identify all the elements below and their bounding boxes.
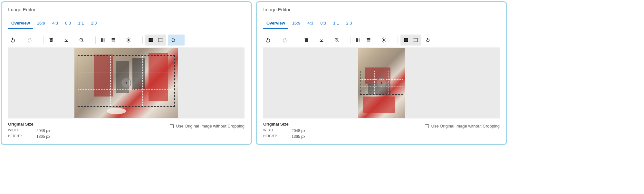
- tab-1-1[interactable]: 1:1: [330, 19, 342, 29]
- size-meta: Original Size WIDTH: 2048 px HEIGHT: 136…: [263, 122, 305, 139]
- separator: [95, 36, 96, 44]
- tab-8-3[interactable]: 8:3: [317, 19, 329, 29]
- tab-4-3[interactable]: 4:3: [304, 19, 316, 29]
- use-original-checkbox[interactable]: Use Original Image without Cropping: [170, 124, 245, 128]
- meta-height-label: HEIGHT:: [8, 134, 24, 139]
- separator: [299, 36, 299, 44]
- tab-overview[interactable]: Overview: [8, 19, 33, 29]
- svg-point-2: [128, 39, 130, 41]
- rotate-button[interactable]: [423, 35, 433, 45]
- separator: [314, 36, 314, 44]
- svg-line-9: [127, 41, 128, 42]
- footer: Original Size WIDTH: 2048 px HEIGHT: 136…: [8, 122, 245, 139]
- meta-title: Original Size: [8, 122, 50, 127]
- size-meta: Original Size WIDTH: 2048 px HEIGHT: 136…: [8, 122, 50, 139]
- flip-vertical-button[interactable]: [109, 35, 118, 45]
- undo-dropdown[interactable]: [274, 35, 279, 45]
- image-canvas[interactable]: [263, 47, 500, 118]
- delete-button[interactable]: [46, 35, 56, 45]
- svg-line-19: [385, 41, 386, 42]
- redo-dropdown[interactable]: [35, 35, 41, 45]
- flip-horizontal-button[interactable]: [98, 35, 108, 45]
- download-button[interactable]: [62, 35, 71, 45]
- panel-title: Image Editor: [8, 7, 245, 12]
- tab-4-3[interactable]: 4:3: [49, 19, 61, 29]
- edited-image[interactable]: [358, 48, 405, 118]
- svg-line-8: [130, 41, 130, 42]
- focal-point-handle[interactable]: [377, 78, 386, 88]
- separator: [59, 36, 59, 44]
- separator: [74, 36, 74, 44]
- grid-toggle-button[interactable]: [146, 35, 156, 45]
- undo-dropdown[interactable]: [18, 35, 24, 45]
- checkbox-icon: [170, 124, 174, 128]
- separator: [329, 36, 329, 44]
- tab-8-3[interactable]: 8:3: [62, 19, 74, 29]
- brightness-dropdown[interactable]: [134, 35, 140, 45]
- meta-title: Original Size: [263, 122, 305, 127]
- meta-height-value: 1365 px: [292, 134, 305, 139]
- tab-16-9[interactable]: 16:9: [289, 19, 303, 29]
- image-editor-panel: Image Editor Overview 16:9 4:3 8:3 1:1 2…: [1, 1, 252, 145]
- grid-toggle-button[interactable]: [401, 35, 411, 45]
- meta-width-label: WIDTH:: [263, 128, 279, 133]
- redo-dropdown[interactable]: [290, 35, 296, 45]
- toolbar: [8, 33, 245, 47]
- svg-point-1: [81, 39, 82, 40]
- rotate-dropdown[interactable]: [433, 35, 439, 45]
- toolbar: [263, 33, 500, 47]
- delete-button[interactable]: [302, 35, 311, 45]
- redo-button[interactable]: [25, 35, 34, 45]
- meta-width-label: WIDTH:: [8, 128, 24, 133]
- image-canvas[interactable]: [8, 47, 245, 118]
- zoom-dropdown[interactable]: [342, 35, 348, 45]
- panel-title: Image Editor: [263, 7, 500, 12]
- edited-image[interactable]: [74, 48, 178, 118]
- zoom-button[interactable]: [332, 35, 341, 45]
- separator: [43, 36, 44, 44]
- svg-line-20: [382, 41, 383, 42]
- brightness-dropdown[interactable]: [389, 35, 395, 45]
- separator: [121, 36, 121, 44]
- tab-16-9[interactable]: 16:9: [34, 19, 48, 29]
- separator: [351, 36, 351, 44]
- meta-width-value: 2048 px: [36, 128, 50, 133]
- focal-point-handle[interactable]: [121, 78, 131, 88]
- ratio-tabs: Overview 16:9 4:3 8:3 1:1 2:3: [8, 19, 245, 29]
- crop-tools-group: [400, 35, 421, 46]
- brightness-button[interactable]: [379, 35, 389, 45]
- svg-line-18: [382, 38, 383, 39]
- redo-button[interactable]: [280, 35, 290, 45]
- use-original-label: Use Original Image without Cropping: [431, 124, 500, 128]
- svg-point-12: [336, 39, 337, 40]
- rotate-dropdown[interactable]: [178, 35, 184, 45]
- undo-button[interactable]: [263, 35, 273, 45]
- svg-line-7: [127, 38, 128, 39]
- flip-horizontal-button[interactable]: [353, 35, 363, 45]
- crop-frame-button[interactable]: [156, 35, 165, 45]
- svg-line-21: [385, 38, 386, 39]
- separator: [142, 36, 143, 44]
- meta-height-label: HEIGHT:: [263, 134, 279, 139]
- rotate-button[interactable]: [168, 35, 178, 45]
- tab-2-3[interactable]: 2:3: [343, 19, 355, 29]
- use-original-checkbox[interactable]: Use Original Image without Cropping: [425, 124, 500, 128]
- meta-height-value: 1365 px: [36, 134, 50, 139]
- tab-2-3[interactable]: 2:3: [88, 19, 100, 29]
- download-button[interactable]: [317, 35, 326, 45]
- tab-1-1[interactable]: 1:1: [75, 19, 87, 29]
- use-original-label: Use Original Image without Cropping: [176, 124, 245, 128]
- zoom-dropdown[interactable]: [87, 35, 93, 45]
- crop-frame-button[interactable]: [411, 35, 420, 45]
- separator: [376, 36, 376, 44]
- tab-overview[interactable]: Overview: [263, 19, 288, 29]
- checkbox-icon: [425, 124, 429, 128]
- flip-vertical-button[interactable]: [364, 35, 373, 45]
- zoom-button[interactable]: [77, 35, 86, 45]
- rotate-group: [168, 35, 185, 46]
- undo-button[interactable]: [8, 35, 18, 45]
- footer: Original Size WIDTH: 2048 px HEIGHT: 136…: [263, 122, 500, 139]
- svg-point-13: [383, 39, 385, 41]
- image-editor-panel: Image Editor Overview 16:9 4:3 8:3 1:1 2…: [256, 1, 507, 145]
- brightness-button[interactable]: [124, 35, 133, 45]
